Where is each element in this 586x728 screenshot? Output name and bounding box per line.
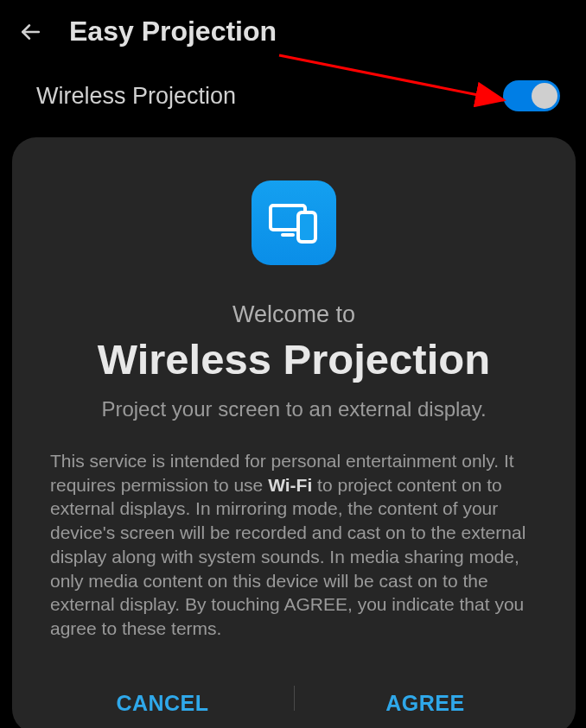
wireless-projection-toggle-label: Wireless Projection: [36, 83, 236, 110]
wireless-projection-icon: [252, 180, 336, 265]
svg-rect-2: [281, 233, 295, 237]
dialog-title: Wireless Projection: [98, 335, 490, 383]
desc-text-2: to project content on to external displa…: [50, 475, 525, 638]
dialog-button-row: CANCEL AGREE: [31, 670, 557, 728]
cancel-button[interactable]: CANCEL: [31, 691, 294, 716]
wireless-projection-dialog: Welcome to Wireless Projection Project y…: [12, 137, 576, 728]
wireless-projection-toggle-row: Wireless Projection: [0, 63, 586, 129]
dialog-description: This service is intended for personal en…: [31, 449, 557, 641]
back-icon[interactable]: [17, 19, 43, 45]
dialog-subtitle: Project your screen to an external displ…: [101, 397, 486, 421]
svg-rect-3: [298, 212, 315, 242]
agree-button[interactable]: AGREE: [294, 691, 557, 716]
wireless-projection-toggle[interactable]: [503, 80, 560, 111]
welcome-text: Welcome to: [232, 301, 355, 328]
desc-bold-wifi: Wi-Fi: [268, 475, 312, 495]
toggle-knob: [532, 83, 557, 109]
page-title: Easy Projection: [69, 16, 277, 47]
